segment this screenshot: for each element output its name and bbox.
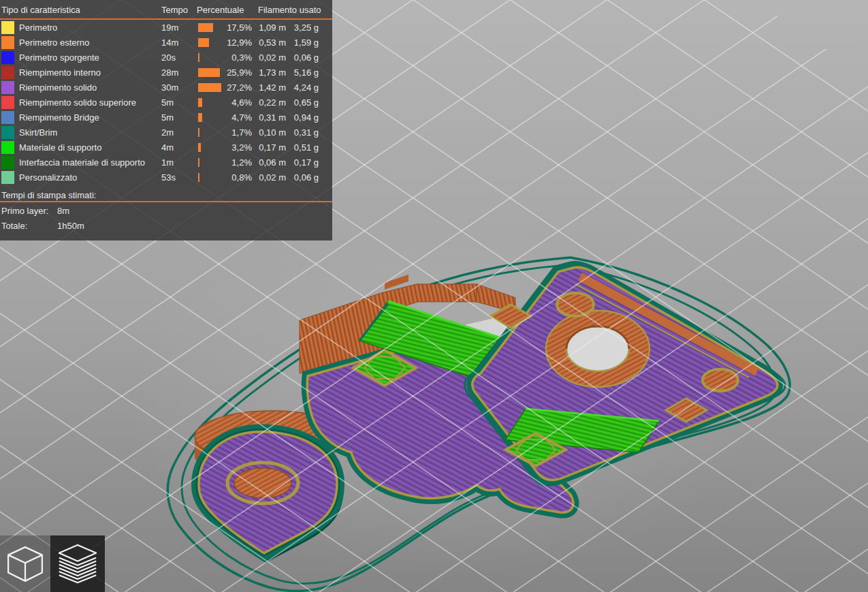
feature-label: Riempimento Bridge	[19, 113, 99, 122]
estimates-rows: Primo layer: 8m Totale: 1h50m	[0, 206, 332, 236]
feature-time: 1m	[161, 158, 174, 167]
slicer-preview-window: Tipo di caratteristica Tempo Percentuale…	[0, 0, 868, 592]
col-percent: Percentuale	[197, 5, 244, 14]
feature-row: Riempimento solido30m27,2%1,42 m4,24 g	[0, 80, 332, 95]
feature-color-swatch	[1, 141, 14, 154]
layer-preview-button[interactable]	[50, 535, 105, 592]
cube-3d-icon	[3, 542, 47, 587]
feature-length: 0,22 m	[244, 98, 286, 107]
total-label: Totale:	[1, 221, 27, 230]
first-layer-label: Primo layer:	[1, 206, 48, 215]
feature-label: Materiale di supporto	[19, 143, 101, 152]
feature-weight: 0,31 g	[281, 128, 319, 137]
feature-label: Interfaccia materiale di supporto	[19, 158, 145, 167]
layer-stack-icon	[54, 540, 101, 588]
feature-color-swatch	[1, 21, 14, 34]
estimates-title: Tempi di stampa stimati:	[1, 191, 96, 200]
feature-weight: 4,24 g	[281, 83, 319, 92]
feature-length: 0,02 m	[244, 173, 286, 182]
col-feature-type: Tipo di caratteristica	[1, 5, 80, 14]
feature-time: 5m	[161, 113, 174, 122]
table-header: Tipo di caratteristica Tempo Percentuale…	[0, 0, 332, 18]
feature-row: Perimetro sporgente20s0,3%0,02 m0,06 g	[0, 50, 332, 65]
feature-weight: 0,65 g	[281, 98, 319, 107]
percent-bar	[198, 128, 199, 137]
first-layer-value: 8m	[57, 206, 69, 215]
feature-time: 30m	[161, 83, 178, 92]
feature-time: 2m	[161, 128, 174, 137]
view-mode-toolbar	[0, 535, 105, 592]
feature-length: 1,09 m	[244, 23, 286, 32]
feature-length: 0,53 m	[244, 38, 286, 47]
feature-time: 14m	[161, 38, 178, 47]
feature-color-swatch	[1, 51, 14, 64]
percent-bar	[198, 173, 199, 182]
feature-statistics-panel: Tipo di caratteristica Tempo Percentuale…	[0, 0, 332, 240]
feature-length: 0,02 m	[244, 53, 286, 62]
feature-row: Perimetro esterno14m12,9%0,53 m1,59 g	[0, 35, 332, 50]
percent-bar	[198, 158, 199, 167]
percent-bar	[198, 143, 201, 152]
feature-row: Riempimento Bridge5m4,7%0,31 m0,94 g	[0, 110, 332, 125]
total-value: 1h50m	[57, 221, 84, 230]
col-filament: Filamento usato	[258, 5, 321, 14]
small-hole	[703, 369, 738, 391]
feature-weight: 1,59 g	[281, 38, 319, 47]
feature-weight: 0,94 g	[281, 113, 319, 122]
feature-label: Personalizzato	[19, 173, 77, 182]
feature-label: Riempimento solido superiore	[19, 98, 136, 107]
3d-view-button[interactable]	[0, 535, 50, 592]
feature-color-swatch	[1, 36, 14, 49]
feature-color-swatch	[1, 66, 14, 79]
estimates-rule	[0, 201, 332, 202]
small-hole	[557, 293, 594, 316]
feature-time: 20s	[161, 53, 176, 62]
feature-color-swatch	[1, 126, 14, 139]
feature-weight: 3,25 g	[281, 23, 319, 32]
feature-color-swatch	[1, 96, 14, 109]
feature-label: Perimetro	[19, 23, 57, 32]
feature-time: 53s	[161, 173, 176, 182]
feature-row: Perimetro19m17,5%1,09 m3,25 g	[0, 20, 332, 35]
feature-color-swatch	[1, 171, 14, 184]
feature-time: 4m	[161, 143, 174, 152]
feature-label: Perimetro sporgente	[19, 53, 99, 62]
feature-row: Skirt/Brim2m1,7%0,10 m0,31 g	[0, 125, 332, 140]
feature-length: 0,17 m	[244, 143, 286, 152]
feature-label: Perimetro esterno	[19, 38, 89, 47]
feature-length: 0,31 m	[244, 113, 286, 122]
feature-row: Interfaccia materiale di supporto1m1,2%0…	[0, 155, 332, 170]
hole-infill	[234, 468, 291, 498]
col-time: Tempo	[161, 5, 188, 14]
feature-length: 1,73 m	[244, 68, 286, 77]
feature-time: 5m	[161, 98, 174, 107]
feature-label: Riempimento interno	[19, 68, 101, 77]
feature-length: 0,10 m	[244, 128, 286, 137]
feature-row: Materiale di supporto4m3,2%0,17 m0,51 g	[0, 140, 332, 155]
percent-bar	[198, 98, 202, 107]
header-rule	[0, 18, 332, 20]
feature-label: Riempimento solido	[19, 83, 97, 92]
feature-row: Personalizzato53s0,8%0,02 m0,06 g	[0, 170, 332, 185]
feature-color-swatch	[1, 111, 14, 124]
feature-weight: 0,51 g	[281, 143, 319, 152]
feature-length: 0,06 m	[244, 158, 286, 167]
feature-weight: 5,16 g	[281, 68, 319, 77]
feature-time: 28m	[161, 68, 178, 77]
feature-label: Skirt/Brim	[19, 128, 57, 137]
feature-time: 19m	[161, 23, 178, 32]
feature-weight: 0,06 g	[281, 53, 319, 62]
feature-color-swatch	[1, 156, 14, 169]
feature-weight: 0,06 g	[281, 173, 319, 182]
feature-length: 1,42 m	[244, 83, 286, 92]
percent-bar	[198, 53, 199, 62]
feature-weight: 0,17 g	[281, 158, 319, 167]
feature-rows: Perimetro19m17,5%1,09 m3,25 gPerimetro e…	[0, 20, 332, 185]
feature-color-swatch	[1, 81, 14, 94]
feature-row: Riempimento solido superiore5m4,6%0,22 m…	[0, 95, 332, 110]
feature-row: Riempimento interno28m25,9%1,73 m5,16 g	[0, 65, 332, 80]
percent-bar	[198, 113, 202, 122]
